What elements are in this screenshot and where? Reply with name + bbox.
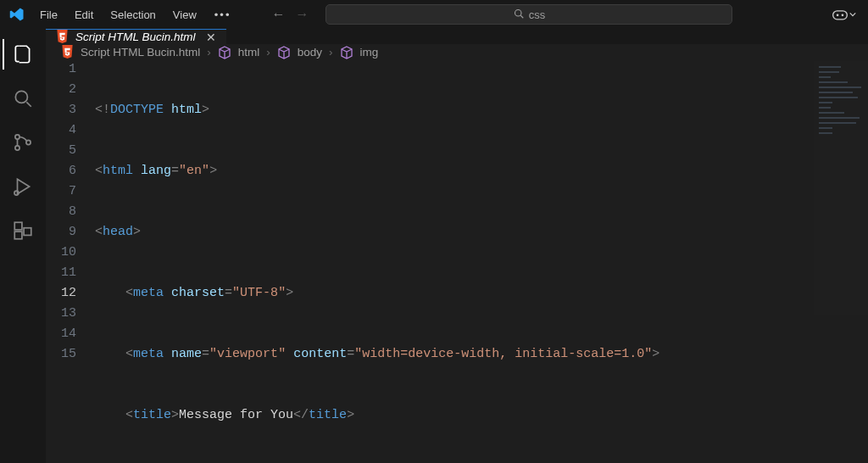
activity-source-control-icon[interactable] xyxy=(3,124,43,161)
cube-icon xyxy=(277,46,291,59)
svg-rect-12 xyxy=(14,232,22,239)
html5-icon xyxy=(56,30,69,44)
command-center-search[interactable]: css xyxy=(326,4,732,25)
cube-icon xyxy=(218,46,231,59)
breadcrumb-html[interactable]: html xyxy=(238,46,260,59)
svg-rect-2 xyxy=(833,11,848,20)
menu-view[interactable]: View xyxy=(165,5,204,25)
activity-extensions-icon[interactable] xyxy=(3,212,43,249)
nav-history: ← → xyxy=(271,7,309,22)
menu-bar: File Edit Selection View xyxy=(32,5,204,25)
chevron-right-icon: › xyxy=(207,46,211,59)
editor-tab[interactable]: Script HTML Bucin.html ✕ xyxy=(46,29,226,44)
search-icon xyxy=(514,8,524,21)
breadcrumb-file[interactable]: Script HTML Bucin.html xyxy=(81,46,200,59)
menu-file[interactable]: File xyxy=(32,5,65,25)
nav-back-icon[interactable]: ← xyxy=(271,7,285,22)
chevron-right-icon: › xyxy=(329,46,333,59)
svg-point-9 xyxy=(26,140,31,144)
cube-icon xyxy=(340,46,353,59)
svg-line-1 xyxy=(520,15,523,18)
activity-run-debug-icon[interactable] xyxy=(3,168,43,205)
activity-bar xyxy=(0,29,46,463)
svg-line-6 xyxy=(26,102,31,106)
html5-icon xyxy=(61,45,74,59)
tab-title: Script HTML Bucin.html xyxy=(75,31,196,43)
svg-point-5 xyxy=(15,91,27,103)
svg-point-4 xyxy=(842,14,844,17)
breadcrumb-img[interactable]: img xyxy=(360,46,379,59)
svg-point-3 xyxy=(837,14,839,17)
svg-point-8 xyxy=(15,146,19,150)
minimap[interactable] xyxy=(814,61,868,315)
svg-rect-11 xyxy=(14,222,22,230)
code-content[interactable]: <!DOCTYPE html> <html lang="en"> <head> … xyxy=(95,59,868,463)
svg-rect-13 xyxy=(24,228,31,236)
chevron-right-icon: › xyxy=(266,46,270,59)
search-text: css xyxy=(529,8,546,21)
svg-point-10 xyxy=(14,191,19,195)
copilot-icon[interactable] xyxy=(832,7,856,22)
line-number-gutter: 1 2 3 4 5 6 7 8 9 10 11 12 13 14 15 xyxy=(46,59,95,463)
breadcrumb[interactable]: Script HTML Bucin.html › html › body › i… xyxy=(46,45,868,59)
menu-edit[interactable]: Edit xyxy=(67,5,101,25)
svg-point-0 xyxy=(515,9,521,16)
nav-forward-icon[interactable]: → xyxy=(295,7,309,22)
tab-bar: Script HTML Bucin.html ✕ xyxy=(46,29,868,45)
activity-explorer-icon[interactable] xyxy=(3,36,43,73)
svg-point-7 xyxy=(15,135,19,139)
close-icon[interactable]: ✕ xyxy=(206,31,216,44)
breadcrumb-body[interactable]: body xyxy=(298,46,322,59)
title-bar: File Edit Selection View ••• ← → css xyxy=(0,0,868,29)
activity-search-icon[interactable] xyxy=(3,80,43,117)
code-editor[interactable]: 1 2 3 4 5 6 7 8 9 10 11 12 13 14 15 <!DO… xyxy=(46,59,868,463)
editor-area: Script HTML Bucin.html ✕ Script HTML Buc… xyxy=(46,29,868,463)
menu-overflow-icon[interactable]: ••• xyxy=(208,5,238,25)
menu-selection[interactable]: Selection xyxy=(103,5,163,25)
vscode-logo-icon xyxy=(7,7,27,22)
